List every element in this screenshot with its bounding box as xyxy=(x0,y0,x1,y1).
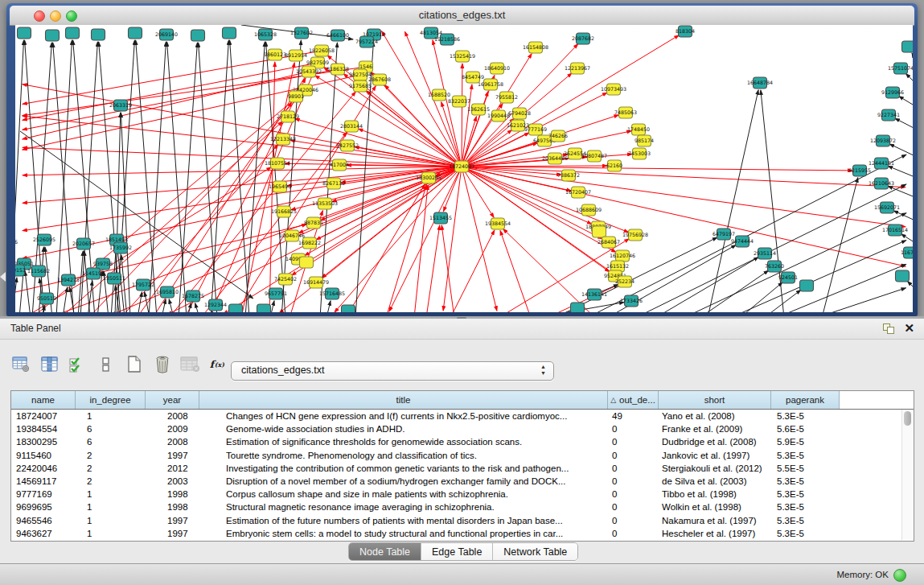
graph-node[interactable]: 1362615 xyxy=(467,104,490,115)
graph-node[interactable]: 2803144 xyxy=(340,121,363,132)
table-settings-icon[interactable] xyxy=(11,354,32,375)
graph-node[interactable]: 16914479 xyxy=(303,277,329,288)
graph-node[interactable]: 417004 xyxy=(330,159,349,171)
graph-node[interactable]: 7425402 xyxy=(274,274,297,285)
graph-node[interactable] xyxy=(800,280,814,291)
graph-node[interactable]: 1327602 xyxy=(290,27,313,39)
graph-node[interactable] xyxy=(571,303,585,312)
graph-node[interactable]: 16120746 xyxy=(610,250,635,262)
graph-node[interactable] xyxy=(902,41,914,52)
graph-node[interactable]: 7955812 xyxy=(495,92,518,103)
graph-node[interactable]: 16648784 xyxy=(747,77,773,89)
window-titlebar[interactable]: citations_edges.txt xyxy=(10,6,914,26)
graph-node[interactable]: 12213343 xyxy=(270,134,296,145)
table-row[interactable]: 969969511998Structural magnetic resonanc… xyxy=(11,501,914,513)
network-graph-canvas[interactable]: 9860123891295418226058982750910543392818… xyxy=(15,25,913,312)
graph-node[interactable]: 98901 xyxy=(288,91,304,102)
graph-node[interactable]: 763260 xyxy=(765,261,784,272)
graph-node[interactable]: 11353503 xyxy=(312,198,338,209)
column-header-year[interactable]: year xyxy=(146,391,199,409)
table-row[interactable]: 1456911722003Disruption of a novel membe… xyxy=(11,475,914,488)
graph-node[interactable]: 887831 xyxy=(304,217,323,229)
graph-node[interactable]: 2087682 xyxy=(572,33,594,44)
tab-node-table[interactable]: Node Table xyxy=(349,543,421,560)
new-file-icon[interactable] xyxy=(124,354,145,375)
graph-node[interactable]: 1748450 xyxy=(627,124,650,135)
close-panel-icon[interactable]: ✕ xyxy=(904,321,914,336)
graph-node[interactable]: 18640910 xyxy=(484,63,510,74)
graph-node[interactable]: 15716485 xyxy=(319,288,345,299)
graph-node[interactable]: 2526095 xyxy=(33,234,55,245)
graph-node[interactable]: 15325419 xyxy=(450,51,475,62)
graph-node[interactable] xyxy=(46,30,60,41)
column-header-short[interactable]: short xyxy=(659,391,771,409)
graph-node[interactable]: 7485063 xyxy=(614,107,637,118)
graph-node[interactable]: 10688609 xyxy=(576,204,602,216)
table-row[interactable]: 1830029562008Estimation of significance … xyxy=(11,435,914,448)
graph-node[interactable]: 15751074 xyxy=(888,63,913,74)
graph-node[interactable]: 116753 xyxy=(901,247,913,258)
graph-node[interactable]: 10973493 xyxy=(601,84,626,95)
graph-node[interactable]: 2935114 xyxy=(754,248,776,259)
graph-node[interactable] xyxy=(229,304,243,312)
column-header-title[interactable]: title xyxy=(199,391,608,409)
column-header-pagerank[interactable]: pagerank xyxy=(771,391,840,409)
graph-node[interactable]: 9129966 xyxy=(881,87,904,98)
graph-node[interactable]: 8186328 xyxy=(326,64,349,75)
delete-table-icon[interactable] xyxy=(180,354,201,375)
graph-node[interactable]: 924501 xyxy=(778,272,798,283)
graph-node[interactable]: 6466100 xyxy=(326,30,349,41)
graph-node[interactable]: 746266 xyxy=(548,130,568,142)
graph-node[interactable]: 1513455 xyxy=(429,212,452,224)
graph-node[interactable]: 8322037 xyxy=(448,96,470,107)
graph-node[interactable]: 16720407 xyxy=(565,187,591,198)
column-header-out_de[interactable]: △out_de... xyxy=(608,391,659,409)
table-selector-dropdown[interactable]: citations_edges.txt ▲▼ xyxy=(231,361,554,381)
graph-node[interactable] xyxy=(593,226,606,237)
graph-node[interactable]: 2867608 xyxy=(368,74,391,85)
graph-node[interactable]: 19166825 xyxy=(271,206,297,217)
graph-node[interactable]: 39153 xyxy=(15,265,26,276)
graph-node[interactable] xyxy=(896,270,910,282)
graph-node[interactable]: 19384554 xyxy=(485,218,511,229)
graph-node[interactable]: 818304 xyxy=(676,26,695,37)
graph-node[interactable] xyxy=(92,29,105,40)
scrollbar-thumb[interactable] xyxy=(904,411,911,426)
delete-rows-icon[interactable] xyxy=(152,354,173,375)
graph-node[interactable]: 1588520 xyxy=(428,89,450,101)
table-row[interactable]: 1872400712008Changes of HCN gene express… xyxy=(11,410,914,422)
tab-network-table[interactable]: Network Table xyxy=(493,543,577,560)
create-column-icon[interactable] xyxy=(96,354,117,375)
tab-edge-table[interactable]: Edge Table xyxy=(421,543,493,560)
graph-node[interactable]: 12213967 xyxy=(565,63,590,74)
table-row[interactable]: 977716911998Corpus callosum shape and si… xyxy=(11,488,914,501)
graph-node[interactable]: 7453003 xyxy=(628,148,651,159)
graph-node[interactable] xyxy=(191,30,205,41)
graph-node[interactable] xyxy=(18,27,31,39)
graph-node[interactable]: 8912954 xyxy=(285,50,307,61)
column-header-in_degree[interactable]: in_degree xyxy=(76,391,146,409)
graph-node[interactable]: 16154808 xyxy=(523,42,548,53)
graph-node[interactable]: 1394275 xyxy=(57,274,80,286)
graph-node[interactable]: 1733426 xyxy=(620,295,643,307)
graph-node[interactable]: 6794028 xyxy=(508,108,531,119)
table-row[interactable]: 946362711997Embryonic stem cells: a mode… xyxy=(11,527,914,540)
graph-node[interactable] xyxy=(129,27,142,39)
memory-ok-indicator-icon[interactable] xyxy=(893,569,906,582)
graph-node[interactable]: 911546 xyxy=(15,237,18,248)
graph-node[interactable]: 252234 xyxy=(615,276,634,287)
table-row[interactable]: 2242004622012Investigating the contribut… xyxy=(11,462,914,475)
graph-node[interactable]: 2069140 xyxy=(155,29,178,40)
graph-node[interactable]: 62160 xyxy=(606,160,622,171)
graph-node[interactable]: 985174 xyxy=(634,135,654,146)
function-builder-icon[interactable]: f (x) xyxy=(208,354,229,375)
graph-node[interactable] xyxy=(257,304,271,312)
float-panel-icon[interactable] xyxy=(883,323,893,334)
graph-node[interactable]: 9474444 xyxy=(731,236,754,247)
table-row[interactable]: 1938455462009Genome-wide association stu… xyxy=(11,422,914,435)
graph-node[interactable] xyxy=(342,305,355,312)
graph-node[interactable]: 950519 xyxy=(37,293,56,304)
graph-node[interactable]: 18226058 xyxy=(309,45,335,56)
table-row[interactable]: 911546021997Tourette syndrome. Phenomeno… xyxy=(11,449,914,462)
graph-node[interactable]: 1065328 xyxy=(254,29,277,40)
